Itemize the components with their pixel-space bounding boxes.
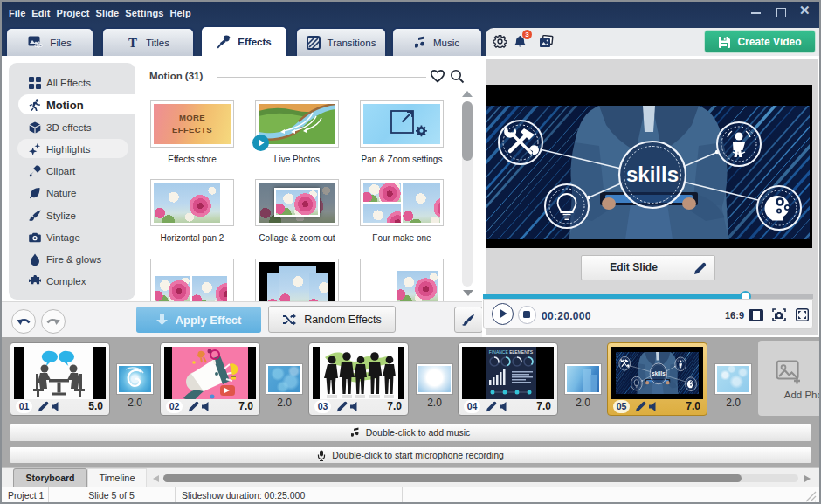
svg-text:skills: skills <box>626 162 679 186</box>
svg-text:T: T <box>128 37 137 49</box>
svg-text:FINANCE ELEMENTS: FINANCE ELEMENTS <box>489 349 534 355</box>
